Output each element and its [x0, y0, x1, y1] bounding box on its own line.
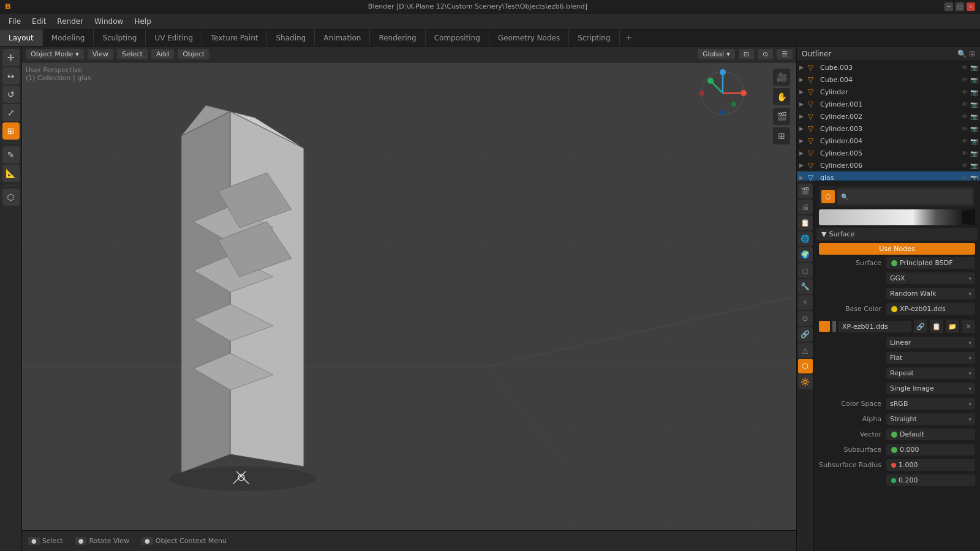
- object-menu[interactable]: Object: [178, 49, 209, 59]
- outliner-item-cylinder003[interactable]: ▶ ▽ Cylinder.003 👁 📷: [797, 122, 980, 135]
- menu-file[interactable]: File: [4, 16, 26, 27]
- maximize-button[interactable]: □: [956, 2, 964, 11]
- color-space-dropdown[interactable]: sRGB ▾: [886, 398, 975, 410]
- vis-icon9[interactable]: 👁: [962, 174, 968, 181]
- object-mode-dropdown[interactable]: Object Mode ▾: [26, 49, 84, 59]
- alpha-dropdown[interactable]: Straight ▾: [886, 413, 975, 425]
- link-icon-btn[interactable]: 🔗: [914, 320, 927, 333]
- vis-icon6[interactable]: 👁: [962, 138, 968, 144]
- transform-orientation-dropdown[interactable]: Global ▾: [698, 49, 735, 59]
- tab-compositing[interactable]: Compositing: [426, 29, 489, 46]
- tab-texture-paint[interactable]: Texture Paint: [202, 29, 267, 46]
- props-tab-output[interactable]: 🖨: [798, 200, 813, 214]
- add-menu[interactable]: Add: [151, 49, 174, 59]
- tab-layout[interactable]: Layout: [0, 29, 43, 46]
- tab-animation[interactable]: Animation: [315, 29, 370, 46]
- nav-camera-button[interactable]: 🎥: [773, 69, 790, 86]
- close-button[interactable]: ✕: [967, 2, 975, 11]
- flat-dropdown[interactable]: Flat ▾: [886, 352, 975, 364]
- rnd-icon[interactable]: 📷: [970, 77, 978, 83]
- props-tab-object[interactable]: ◻: [798, 263, 813, 278]
- props-tab-render[interactable]: 🎬: [798, 184, 813, 198]
- props-tab-physics[interactable]: ⊙: [798, 311, 813, 326]
- copy-icon-btn[interactable]: 📋: [930, 320, 943, 333]
- vis-icon4[interactable]: 👁: [962, 113, 968, 120]
- tool-move[interactable]: ↔: [2, 67, 20, 84]
- outliner-item-cylinder[interactable]: ▶ ▽ Cylinder 👁 📷: [797, 86, 980, 98]
- outliner-item-cylinder002[interactable]: ▶ ▽ Cylinder.002 👁 📷: [797, 110, 980, 122]
- rnd-icon9[interactable]: 📷: [970, 174, 978, 181]
- snap-toggle[interactable]: ⊡: [739, 49, 754, 59]
- color-strip-handle[interactable]: [962, 211, 971, 224]
- tab-scripting[interactable]: Scripting: [569, 29, 619, 46]
- menu-edit[interactable]: Edit: [27, 16, 51, 27]
- props-tab-shader[interactable]: 🔆: [798, 375, 813, 389]
- close-texture-btn[interactable]: ✕: [962, 320, 975, 333]
- tab-shading[interactable]: Shading: [267, 29, 315, 46]
- outliner-item-glas[interactable]: ▶ ▽ glas 👁 📷: [797, 171, 980, 181]
- tool-annotate[interactable]: ✎: [2, 146, 20, 163]
- ggx-dropdown[interactable]: GGX ▾: [886, 272, 975, 284]
- tab-geometry-nodes[interactable]: Geometry Nodes: [489, 29, 569, 46]
- nav-hand-button[interactable]: ✋: [773, 88, 790, 105]
- props-tab-material[interactable]: ⬡: [798, 359, 813, 373]
- tool-rotate[interactable]: ↺: [2, 86, 20, 103]
- tool-transform[interactable]: ⊞: [2, 122, 20, 140]
- outliner-item-cylinder004[interactable]: ▶ ▽ Cylinder.004 👁 📷: [797, 135, 980, 147]
- render-icon[interactable]: 📷: [970, 64, 978, 71]
- outliner-search-icon[interactable]: 🔍: [957, 50, 967, 58]
- vis-icon7[interactable]: 👁: [962, 150, 968, 157]
- tab-modeling[interactable]: Modeling: [43, 29, 94, 46]
- subsurface-g-value[interactable]: 0.200: [886, 474, 975, 486]
- repeat-dropdown[interactable]: Repeat ▾: [886, 367, 975, 379]
- base-color-value[interactable]: XP-ezb01.dds: [886, 303, 975, 315]
- rnd-icon8[interactable]: 📷: [970, 162, 978, 169]
- viewport-gizmo[interactable]: [698, 69, 747, 118]
- menu-window[interactable]: Window: [89, 16, 128, 27]
- nav-movie-button[interactable]: 🎬: [773, 108, 790, 125]
- vector-value[interactable]: Default: [886, 429, 975, 440]
- nav-grid-button[interactable]: ⊞: [773, 127, 790, 144]
- tool-scale[interactable]: ⤢: [2, 104, 20, 121]
- menu-help[interactable]: Help: [129, 16, 156, 27]
- subsurface-r-value[interactable]: 1.000: [886, 459, 975, 471]
- proportional-toggle[interactable]: ⊙: [758, 49, 773, 59]
- overlay-dropdown[interactable]: ☰: [777, 49, 793, 59]
- props-tab-scene[interactable]: 🌐: [798, 231, 813, 246]
- tab-rendering[interactable]: Rendering: [370, 29, 425, 46]
- surface-section-header[interactable]: ▼ Surface: [816, 228, 978, 241]
- tab-uv-editing[interactable]: UV Editing: [146, 29, 202, 46]
- image-name-field[interactable]: XP-ezb01.dds: [839, 321, 911, 332]
- view-menu[interactable]: View: [88, 49, 113, 59]
- rnd-icon2[interactable]: 📷: [970, 89, 978, 96]
- rnd-icon3[interactable]: 📷: [970, 101, 978, 108]
- vis-icon5[interactable]: 👁: [962, 126, 968, 132]
- tab-sculpting[interactable]: Sculpting: [94, 29, 146, 46]
- outliner-item-cylinder005[interactable]: ▶ ▽ Cylinder.005 👁 📷: [797, 147, 980, 159]
- folder-icon-btn[interactable]: 📁: [946, 320, 959, 333]
- subsurface-value[interactable]: 0.000: [886, 444, 975, 455]
- tool-measure[interactable]: 📐: [2, 165, 20, 182]
- vis-icon[interactable]: 👁: [962, 77, 968, 83]
- vis-icon8[interactable]: 👁: [962, 162, 968, 169]
- props-tab-viewlayer[interactable]: 📋: [798, 216, 813, 230]
- outliner-item-cube004[interactable]: ▶ ▽ Cube.004 👁 📷: [797, 73, 980, 86]
- rnd-icon6[interactable]: 📷: [970, 138, 978, 144]
- props-tab-modifier[interactable]: 🔧: [798, 279, 813, 294]
- rnd-icon7[interactable]: 📷: [970, 150, 978, 157]
- outliner-item-cube003[interactable]: ▶ ▽ Cube.003 👁 📷: [797, 61, 980, 73]
- rnd-icon5[interactable]: 📷: [970, 126, 978, 132]
- props-tab-particles[interactable]: ⚡: [798, 295, 813, 310]
- visibility-icon[interactable]: 👁: [962, 64, 968, 71]
- linear-dropdown[interactable]: Linear ▾: [886, 337, 975, 348]
- tool-add-cube[interactable]: ⬡: [2, 189, 20, 206]
- props-tab-constraints[interactable]: 🔗: [798, 327, 813, 342]
- outliner-filter-icon[interactable]: ⊞: [969, 50, 975, 58]
- vis-icon3[interactable]: 👁: [962, 101, 968, 108]
- viewport-canvas[interactable]: User Perspective (1) Collection | glas: [22, 62, 796, 530]
- surface-prop-value[interactable]: Principled BSDF: [886, 257, 975, 269]
- viewport-3d[interactable]: Object Mode ▾ View Select Add Object Glo…: [22, 47, 796, 551]
- menu-render[interactable]: Render: [52, 16, 88, 27]
- outliner-item-cylinder001[interactable]: ▶ ▽ Cylinder.001 👁 📷: [797, 98, 980, 110]
- select-menu[interactable]: Select: [117, 49, 148, 59]
